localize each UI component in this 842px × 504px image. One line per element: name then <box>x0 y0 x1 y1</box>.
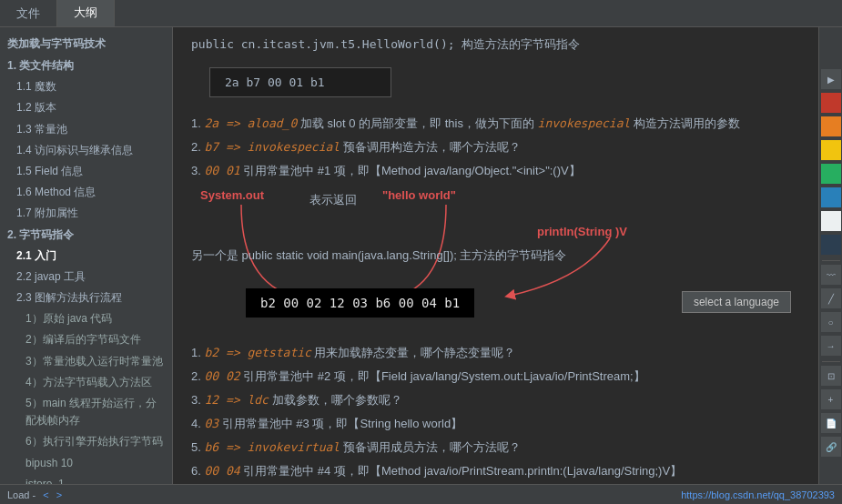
sidebar-item-2-3-4[interactable]: 4）方法字节码载入方法区 <box>0 372 172 393</box>
toolbar-btn-circle[interactable]: ○ <box>821 312 841 332</box>
nav-right[interactable]: > <box>56 489 62 500</box>
tab-file[interactable]: 文件 <box>0 0 57 26</box>
line2-4: 4. 03 引用常量池中 #3 项，即【String hello world】 <box>191 412 800 436</box>
toolbar-btn-wave[interactable]: 〰 <box>821 265 841 285</box>
line2-6: 6. 00 04 引用常量池中 #4 项，即【Method java/io/Pr… <box>191 459 800 483</box>
toolbar-color-orange[interactable] <box>821 116 841 136</box>
line-3: 3. 00 01 引用常量池中 #1 项，即【Method java/lang/… <box>191 159 800 183</box>
sidebar-item-2-1[interactable]: 2.1 入门 <box>0 246 172 267</box>
sidebar-item-1-1[interactable]: 1.1 魔数 <box>0 76 172 97</box>
toolbar-btn-doc[interactable]: 📄 <box>821 413 841 433</box>
main-area: 类加载与字节码技术 1. 类文件结构 1.1 魔数 1.2 版本 1.3 常量池… <box>0 27 842 484</box>
annotation-return-label: 表示返回 <box>309 192 357 208</box>
sidebar-item-2-3[interactable]: 2.3 图解方法执行流程 <box>0 287 172 308</box>
sidebar-item-bipush[interactable]: bipush 10 <box>0 453 172 474</box>
top-bar: 文件 大纲 <box>0 0 842 27</box>
toolbar-color-dark[interactable] <box>821 235 841 255</box>
toolbar-btn-plus[interactable]: + <box>821 389 841 409</box>
annotation-system: System.out <box>200 188 264 202</box>
toolbar-divider-2 <box>822 361 840 362</box>
toolbar-color-white[interactable] <box>821 211 841 231</box>
line-1: 1. 2a => aload_0 加载 slot 0 的局部变量，即 this，… <box>191 112 800 136</box>
toolbar-btn-share[interactable]: 🔗 <box>821 437 841 457</box>
sidebar-item-2-3-3[interactable]: 3）常量池载入运行时常量池 <box>0 351 172 372</box>
sidebar-item-1-6[interactable]: 1.6 Method 信息 <box>0 182 172 203</box>
line2-7: 7. b1 表示返回 <box>191 483 800 484</box>
content-area: public cn.itcast.jvm.t5.HelloWorld(); 构造… <box>173 27 818 484</box>
sidebar-item-2-3-5[interactable]: 5）main 线程开始运行，分配栈帧内存 <box>0 393 172 431</box>
sidebar-item-2-3-6[interactable]: 6）执行引擎开始执行字节码 <box>0 431 172 452</box>
sidebar-item-1-7[interactable]: 1.7 附加属性 <box>0 203 172 224</box>
bytecode-box: b2 00 02 12 03 b6 00 04 b1 <box>246 288 474 318</box>
line2-2: 2. 00 02 引用常量池中 #2 项，即【Field java/lang/S… <box>191 365 800 388</box>
select-language-popup[interactable]: select a language <box>682 291 791 313</box>
toolbar-divider <box>822 260 840 261</box>
line2-3: 3. 12 => ldc 加载参数，哪个参数呢？ <box>191 388 800 412</box>
toolbar-btn-line[interactable]: ╱ <box>821 288 841 308</box>
bottom-url: https://blog.csdn.net/qq_38702393 <box>681 489 835 500</box>
sidebar: 类加载与字节码技术 1. 类文件结构 1.1 魔数 1.2 版本 1.3 常量池… <box>0 27 173 484</box>
line2-1: 1. b2 => getstatic 用来加载静态变量，哪个静态变量呢？ <box>191 341 800 365</box>
content-top-code: public cn.itcast.jvm.t5.HelloWorld(); 构造… <box>191 36 800 53</box>
annotation-hello: "hello world" <box>382 188 456 202</box>
nav-left[interactable]: < <box>43 489 48 500</box>
tab-outline[interactable]: 大纲 <box>57 0 115 26</box>
sidebar-item-2-3-2[interactable]: 2）编译后的字节码文件 <box>0 329 172 350</box>
sidebar-title: 类加载与字节码技术 <box>0 33 172 55</box>
main-method-line: 另一个是 public static void main(java.lang.S… <box>191 247 567 264</box>
sidebar-item-1-4[interactable]: 1.4 访问标识与继承信息 <box>0 140 172 161</box>
sidebar-item-2-3-1[interactable]: 1）原始 java 代码 <box>0 308 172 329</box>
toolbar-btn-1[interactable]: ▶ <box>821 69 841 89</box>
load-text: Load - <box>7 489 36 500</box>
line-2: 2. b7 => invokespecial 预备调用构造方法，哪个方法呢？ <box>191 136 800 159</box>
sidebar-item-2-2[interactable]: 2.2 javap 工具 <box>0 267 172 287</box>
right-toolbar: ▶ 〰 ╱ ○ → ⊡ + 📄 🔗 <box>818 27 842 484</box>
sidebar-item-1-3[interactable]: 1.3 常量池 <box>0 119 172 140</box>
toolbar-color-blue[interactable] <box>821 187 841 207</box>
sidebar-item-1[interactable]: 1. 类文件结构 <box>0 55 172 76</box>
code-block-1: 2a b7 00 01 b1 <box>209 67 391 97</box>
toolbar-color-red[interactable] <box>821 93 841 113</box>
toolbar-color-yellow[interactable] <box>821 140 841 160</box>
annotation-println: println(String )V <box>537 225 627 238</box>
bottom-bar: Load - < > https://blog.csdn.net/qq_3870… <box>0 484 842 504</box>
toolbar-btn-arrow[interactable]: → <box>821 336 841 356</box>
sidebar-item-2[interactable]: 2. 字节码指令 <box>0 225 172 246</box>
line2-5: 5. b6 => invokevirtual 预备调用成员方法，哪个方法呢？ <box>191 436 800 459</box>
sidebar-item-istore1[interactable]: istore_1 <box>0 474 172 484</box>
toolbar-btn-crop[interactable]: ⊡ <box>821 366 841 386</box>
sidebar-item-1-2[interactable]: 1.2 版本 <box>0 97 172 118</box>
toolbar-color-green[interactable] <box>821 164 841 184</box>
bottom-nav: Load - < > <box>7 489 62 500</box>
sidebar-item-1-5[interactable]: 1.5 Field 信息 <box>0 161 172 182</box>
